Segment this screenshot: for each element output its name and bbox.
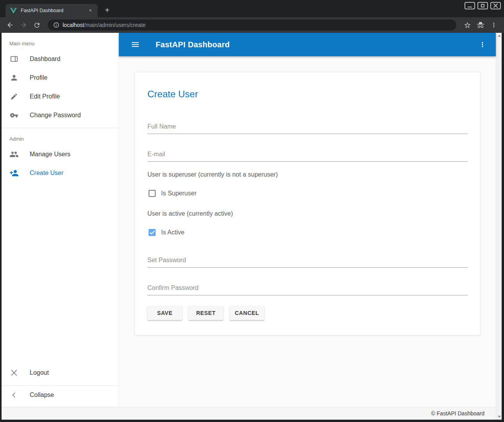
sidebar-item-label: Change Password [30, 112, 81, 119]
forward-button[interactable] [18, 20, 29, 30]
star-icon [464, 21, 471, 29]
footer-copyright: © FastAPI Dashboard [431, 410, 484, 417]
email-input[interactable] [147, 151, 468, 162]
maximize-button[interactable] [477, 2, 488, 9]
logout-close-icon [9, 368, 19, 377]
sidebar-item-label: Collapse [30, 392, 54, 399]
browser-tab[interactable]: FastAPI Dashboard × [5, 4, 98, 17]
sidebar-section-main-menu: Main menu [2, 33, 118, 50]
set-password-input[interactable] [147, 257, 468, 268]
save-button[interactable]: SAVE [147, 306, 182, 320]
minimize-button[interactable] [465, 2, 475, 9]
page-scrollbar[interactable] [496, 33, 502, 420]
reload-button[interactable] [31, 20, 42, 30]
triangle-down-icon [498, 416, 501, 418]
sidebar-item-manage-users[interactable]: Manage Users [2, 145, 118, 164]
scrollbar-down-arrow[interactable] [496, 414, 502, 420]
chevron-left-icon [9, 390, 19, 400]
form-actions: SAVE RESET CANCEL [147, 306, 468, 335]
incognito-icon [476, 21, 485, 29]
pencil-icon [9, 92, 19, 101]
sidebar-section-admin: Admin [2, 128, 118, 145]
page-content: Create User User is superuser (currently… [119, 56, 496, 407]
browser-window: FastAPI Dashboard × + localhost/main/adm… [0, 0, 504, 422]
full-name-field-wrap [147, 123, 468, 134]
reload-icon [33, 21, 41, 29]
browser-menu-button[interactable] [488, 20, 499, 30]
create-user-card: Create User User is superuser (currently… [135, 72, 481, 335]
page-title: Create User [147, 89, 468, 100]
content-row: Main menu Dashboard Profile [2, 33, 496, 407]
set-password-field-wrap [147, 257, 468, 268]
sidebar-item-profile[interactable]: Profile [2, 68, 118, 87]
close-window-button[interactable] [490, 2, 501, 9]
tab-close-icon[interactable]: × [87, 7, 94, 14]
appbar-title: FastAPI Dashboard [156, 40, 230, 49]
scrollbar-up-arrow[interactable] [496, 33, 502, 39]
sidebar-item-label: Logout [30, 369, 49, 376]
active-checkbox-label: Is Active [161, 229, 185, 236]
hamburger-icon [131, 40, 140, 49]
url-host: localhost [63, 22, 84, 28]
cancel-button[interactable]: CANCEL [230, 306, 264, 320]
superuser-checkbox-row[interactable]: Is Superuser [147, 189, 468, 198]
sidebar-item-edit-profile[interactable]: Edit Profile [2, 87, 118, 106]
sidebar-item-label: Edit Profile [30, 93, 60, 100]
url-text: localhost/main/admin/users/create [63, 22, 145, 28]
active-note: User is active (currently active) [147, 210, 468, 217]
key-icon [9, 111, 19, 120]
people-icon [9, 150, 19, 159]
sidebar-item-logout[interactable]: Logout [2, 363, 118, 382]
sidebar-item-create-user[interactable]: Create User [2, 164, 118, 182]
maximize-icon [481, 4, 484, 7]
superuser-checkbox[interactable] [149, 190, 156, 197]
tab-strip: FastAPI Dashboard × + [0, 0, 504, 17]
back-button[interactable] [5, 20, 16, 30]
incognito-indicator [475, 20, 486, 30]
full-name-input[interactable] [147, 123, 468, 134]
reset-button[interactable]: RESET [188, 306, 223, 320]
active-checkbox[interactable] [149, 229, 156, 236]
menu-toggle-button[interactable] [128, 38, 142, 52]
appbar-menu-button[interactable] [475, 38, 490, 52]
new-tab-button[interactable]: + [102, 5, 113, 16]
confirm-password-input[interactable] [147, 284, 468, 295]
triangle-up-icon [498, 35, 501, 37]
minimize-icon [468, 7, 472, 7]
person-add-icon [9, 168, 19, 178]
sidebar-item-collapse[interactable]: Collapse [2, 386, 118, 404]
email-field-wrap [147, 151, 468, 162]
bookmark-button[interactable] [462, 20, 473, 30]
info-icon [53, 22, 59, 28]
sidebar-item-label: Create User [30, 170, 63, 177]
kebab-icon [490, 21, 497, 29]
url-bar[interactable]: localhost/main/admin/users/create [48, 20, 456, 30]
dashboard-icon [9, 54, 19, 64]
url-path: /main/admin/users/create [84, 22, 145, 28]
page: Main menu Dashboard Profile [2, 33, 502, 420]
browser-toolbar: localhost/main/admin/users/create [0, 17, 504, 33]
app-bar: FastAPI Dashboard [119, 33, 496, 56]
sidebar-item-change-password[interactable]: Change Password [2, 106, 118, 125]
sidebar-spacer [2, 182, 118, 363]
footer: © FastAPI Dashboard [2, 407, 496, 420]
forward-icon [20, 21, 27, 29]
tab-title: FastAPI Dashboard [21, 8, 87, 13]
vue-logo-icon [10, 8, 17, 14]
sidebar-item-dashboard[interactable]: Dashboard [2, 50, 118, 68]
sidebar-item-label: Dashboard [30, 55, 60, 63]
superuser-note: User is superuser (currently is not a su… [147, 171, 468, 178]
window-controls [465, 2, 501, 9]
person-icon [9, 73, 19, 82]
confirm-password-field-wrap [147, 284, 468, 295]
sidebar-item-label: Manage Users [30, 151, 70, 158]
main-area: FastAPI Dashboard Create User [119, 33, 496, 407]
kebab-icon [479, 41, 486, 48]
back-icon [6, 21, 14, 29]
close-window-icon [493, 4, 498, 8]
superuser-checkbox-label: Is Superuser [161, 190, 197, 197]
sidebar: Main menu Dashboard Profile [2, 33, 119, 407]
check-icon [150, 231, 155, 235]
active-checkbox-row[interactable]: Is Active [147, 228, 468, 237]
sidebar-item-label: Profile [30, 74, 47, 81]
